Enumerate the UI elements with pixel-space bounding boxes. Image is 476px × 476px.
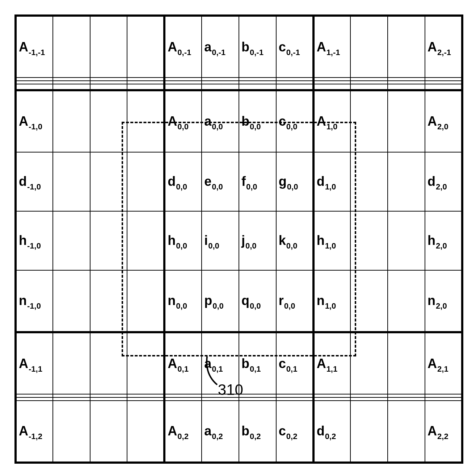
grid-cell	[16, 397, 53, 401]
grid-cell	[164, 394, 202, 397]
grid-cell: A1,0	[313, 90, 351, 152]
grid-cell	[350, 397, 388, 401]
grid-cell: n2,0	[425, 270, 462, 332]
grid-cell	[53, 270, 90, 332]
grid-cell	[388, 90, 425, 152]
grid-cell: A-1,-1	[16, 16, 53, 78]
grid-cell	[90, 152, 127, 211]
grid-cell	[350, 332, 388, 394]
grid-cell: A2,2	[425, 401, 462, 463]
grid-cell: A-1,2	[16, 401, 53, 463]
grid-cell	[313, 397, 351, 401]
grid-cell: b0,-1	[239, 16, 276, 78]
grid-cell: n0,0	[164, 270, 202, 332]
grid-cell	[16, 81, 53, 84]
grid-cell	[276, 397, 313, 401]
grid-cell	[90, 211, 127, 270]
grid-cell: A1,1	[313, 332, 351, 394]
grid-cell	[53, 401, 90, 463]
grid-cell	[53, 81, 90, 84]
grid-cell: d0,0	[164, 152, 202, 211]
grid-cell	[53, 16, 90, 78]
grid-cell	[388, 332, 425, 394]
grid-cell	[313, 394, 351, 397]
grid-cell	[53, 84, 90, 90]
sample-grid: A-1,-1A0,-1a0,-1b0,-1c0,-1A1,-1A2,-1A-1,…	[14, 14, 463, 464]
grid-cell	[350, 394, 388, 397]
grid-cell	[127, 211, 164, 270]
grid-cell	[239, 78, 276, 81]
grid-cell	[127, 394, 164, 397]
grid-cell	[388, 16, 425, 78]
grid-cell	[388, 78, 425, 81]
grid-cell	[276, 81, 313, 84]
grid-cell: h-1,0	[16, 211, 53, 270]
grid-cell: k0,0	[276, 211, 313, 270]
grid-cell	[350, 270, 388, 332]
grid-cell: h2,0	[425, 211, 462, 270]
grid-cell	[388, 152, 425, 211]
grid-cell: h0,0	[164, 211, 202, 270]
grid-cell: d2,0	[425, 152, 462, 211]
grid-cell: h1,0	[313, 211, 351, 270]
grid-cell	[127, 152, 164, 211]
grid-cell: a0,-1	[202, 16, 239, 78]
grid-cell	[388, 81, 425, 84]
grid-cell: A2,1	[425, 332, 462, 394]
grid-cell	[53, 90, 90, 152]
grid-cell	[53, 78, 90, 81]
grid-cell	[350, 401, 388, 463]
grid-cell: A0,2	[164, 401, 202, 463]
grid-cell	[350, 211, 388, 270]
grid-cell	[239, 397, 276, 401]
grid-cell: n1,0	[313, 270, 351, 332]
grid-cell	[53, 152, 90, 211]
grid-cell	[388, 270, 425, 332]
grid-cell	[350, 78, 388, 81]
grid-cell	[239, 84, 276, 90]
grid-cell	[90, 332, 127, 394]
grid-cell	[276, 84, 313, 90]
grid-cell	[388, 394, 425, 397]
grid-cell: g0,0	[276, 152, 313, 211]
grid-cell	[53, 211, 90, 270]
grid-cell	[202, 397, 239, 401]
grid-cell: d1,0	[313, 152, 351, 211]
grid-cell	[127, 78, 164, 81]
grid-cell: n-1,0	[16, 270, 53, 332]
grid-cell	[425, 394, 462, 397]
grid-cell	[202, 394, 239, 397]
grid-cell	[16, 84, 53, 90]
grid-cell: p0,0	[202, 270, 239, 332]
grid-cell	[350, 81, 388, 84]
grid-cell	[90, 16, 127, 78]
grid-cell	[127, 16, 164, 78]
grid-cell	[425, 397, 462, 401]
grid-cell	[16, 394, 53, 397]
grid-cell	[202, 81, 239, 84]
grid-cell	[276, 78, 313, 81]
grid-cell	[53, 394, 90, 397]
grid-cell: i0,0	[202, 211, 239, 270]
grid-cell: e0,0	[202, 152, 239, 211]
grid-cell: j0,0	[239, 211, 276, 270]
grid-cell: A1,-1	[313, 16, 351, 78]
grid-cell	[90, 401, 127, 463]
grid-cell: c0,1	[276, 332, 313, 394]
grid-cell	[350, 16, 388, 78]
grid-cell	[425, 78, 462, 81]
grid-cell	[313, 81, 351, 84]
grid-cell	[90, 397, 127, 401]
grid-cell: c0,2	[276, 401, 313, 463]
grid-cell	[313, 84, 351, 90]
grid-cell	[127, 270, 164, 332]
grid-cell: A-1,0	[16, 90, 53, 152]
grid-cell: b0,1	[239, 332, 276, 394]
grid-cell	[202, 84, 239, 90]
grid-cell: b0,0	[239, 90, 276, 152]
grid-cell	[90, 84, 127, 90]
grid-cell	[53, 332, 90, 394]
grid-cell	[127, 84, 164, 90]
grid-cell	[388, 401, 425, 463]
grid-cell	[53, 397, 90, 401]
